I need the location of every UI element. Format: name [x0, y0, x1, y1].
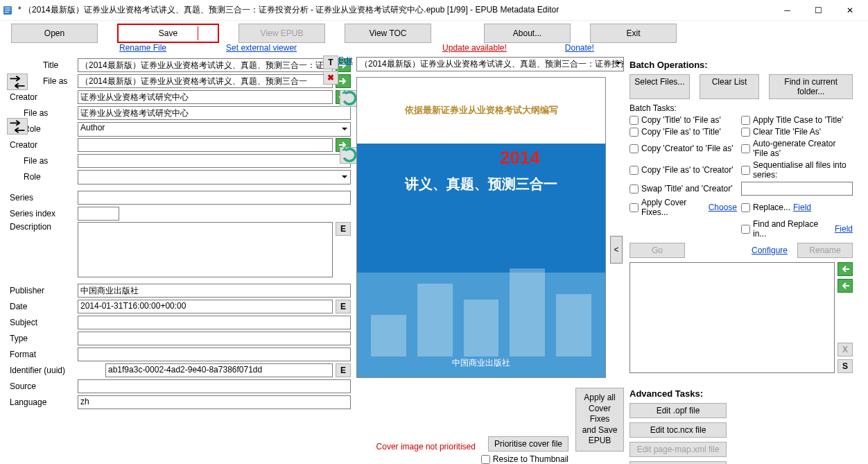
- chk-autogen-creator[interactable]: Auto-generate Creator 'File as': [741, 139, 853, 158]
- minimize-button[interactable]: ─: [772, 1, 803, 20]
- identifier-input[interactable]: ab1f9a3c-0002-4ad2-9e40-8a7386f071dd: [105, 363, 333, 377]
- source-input[interactable]: [78, 379, 351, 393]
- svg-rect-1: [5, 8, 10, 8]
- date-input[interactable]: 2014-01-31T16:00:00+00:00: [78, 300, 333, 313]
- publisher-input[interactable]: 中国商业出版社: [78, 284, 351, 298]
- cover-edit-link[interactable]: Edit: [338, 55, 353, 65]
- series-label: Series: [10, 193, 78, 203]
- cover-select[interactable]: （2014最新版）证券业从业资格考试讲义、真题、预测三合一：证券投资分析: [356, 57, 624, 71]
- svg-rect-3: [5, 12, 9, 12]
- title-fileas-label: File as: [43, 76, 78, 86]
- toolbar: Open Save View EPUB View TOC About... Ex…: [0, 21, 868, 43]
- resize-thumbnail-checkbox[interactable]: Resize to Thumbnail: [481, 454, 568, 464]
- chk-sequentialise[interactable]: Sequentialise all files into series:: [741, 160, 853, 180]
- exit-button[interactable]: Exit: [590, 24, 677, 43]
- series-index-label: Series index: [10, 209, 78, 218]
- edit-toc-button[interactable]: Edit toc.ncx file: [630, 422, 727, 438]
- find-folder-button[interactable]: Find in current folder...: [769, 74, 853, 99]
- title-label: Title: [43, 60, 78, 70]
- series-name-input[interactable]: [741, 182, 853, 196]
- edit-opf-button[interactable]: Edit .opf file: [630, 403, 727, 418]
- creator-label: Creator: [10, 92, 78, 102]
- cover-publisher: 中国商业出版社: [357, 357, 605, 369]
- maximize-button[interactable]: ☐: [803, 1, 834, 20]
- title-input[interactable]: （2014最新版）证券业从业资格考试讲义、真题、预测三合一：证券投资分析: [78, 58, 333, 72]
- app-icon: [3, 5, 14, 16]
- window-title: * （2014最新版）证券业从业资格考试讲义、真题、预测三合一：证券投资分析 -…: [18, 4, 772, 16]
- creator1-input[interactable]: 证券业从业资格考试研究中心: [78, 90, 333, 104]
- chk-replace[interactable]: Replace... Field: [741, 198, 853, 217]
- format-label: Format: [10, 350, 78, 359]
- subject-input[interactable]: [78, 316, 351, 329]
- publisher-label: Publisher: [10, 286, 78, 295]
- view-epub-button[interactable]: View EPUB: [238, 24, 325, 43]
- title-fileas-input[interactable]: （2014最新版）证券业从业资格考试讲义、真题、预测三合一: [78, 74, 333, 88]
- series-input[interactable]: [78, 191, 351, 205]
- creator2-input[interactable]: [78, 138, 333, 152]
- series-index-input[interactable]: [78, 207, 119, 221]
- update-available-link[interactable]: Update available!: [442, 43, 507, 55]
- list-up-button[interactable]: [837, 262, 853, 276]
- creator2-role-select[interactable]: [78, 170, 351, 184]
- apply-cover-fixes-button[interactable]: Apply all Cover Fixes and Save EPUB: [575, 388, 624, 452]
- swap-creator-button[interactable]: [7, 118, 28, 135]
- identifier-label: Identifier (uuid): [10, 366, 105, 375]
- chk-find-replace[interactable]: Find and Replace in... Field: [741, 219, 853, 239]
- type-label: Type: [10, 334, 78, 343]
- configure-link[interactable]: Configure: [752, 246, 788, 255]
- prioritise-cover-button[interactable]: Prioritise cover file: [488, 436, 568, 452]
- open-button[interactable]: Open: [11, 24, 98, 43]
- description-label: Description: [10, 222, 78, 232]
- language-input[interactable]: zh: [78, 395, 351, 409]
- rename-file-link[interactable]: Rename File: [119, 43, 166, 55]
- save-button[interactable]: Save: [117, 24, 219, 43]
- chk-swap-title-creator[interactable]: Swap 'Title' and 'Creator': [630, 182, 737, 196]
- swap-title-button[interactable]: [7, 74, 28, 90]
- chk-copy-creator-fileas[interactable]: Copy 'Creator' to 'File as': [630, 139, 737, 158]
- collapse-tab[interactable]: <: [610, 236, 623, 264]
- chk-title-case[interactable]: Apply Title Case to 'Title': [741, 115, 853, 125]
- edit-file-button[interactable]: Edit file...: [630, 461, 727, 464]
- chk-copy-title-fileas[interactable]: Copy 'Title' to 'File as': [630, 115, 737, 125]
- advanced-heading: Advanced Tasks:: [630, 388, 853, 399]
- about-button[interactable]: About...: [484, 24, 571, 43]
- chk-copy-fileas-creator[interactable]: Copy 'File as' to 'Creator': [630, 160, 737, 180]
- list-down-button[interactable]: [837, 279, 853, 293]
- creator1-fileas-input[interactable]: 证券业从业资格考试研究中心: [78, 106, 351, 120]
- type-input[interactable]: [78, 332, 351, 345]
- creator2-fileas-input[interactable]: [78, 154, 351, 168]
- clear-list-button[interactable]: Clear List: [700, 74, 760, 99]
- cover-main-title: 证券业从业资格考试 2014: [357, 147, 605, 169]
- rename-button[interactable]: Rename: [797, 243, 853, 258]
- date-label: Date: [10, 302, 78, 311]
- cover-preview: 依据最新证券业从业资格考试大纲编写 证券业从业资格考试 2014 讲义、真题、预…: [356, 77, 606, 378]
- delete-button[interactable]: ✖: [323, 71, 338, 85]
- edit-pagemap-button[interactable]: Edit page-map.xml file: [630, 442, 727, 457]
- subject-label: Subject: [10, 318, 78, 327]
- cover-warning: Cover image not prioritised: [376, 442, 476, 452]
- title-bar: * （2014最新版）证券业从业资格考试讲义、真题、预测三合一：证券投资分析 -…: [0, 0, 868, 21]
- chk-apply-cover-fixes[interactable]: Apply Cover Fixes... Choose: [630, 198, 737, 217]
- creator1-role-select[interactable]: Author: [78, 122, 351, 137]
- list-s-button[interactable]: S: [837, 359, 853, 373]
- title-t-button[interactable]: T: [323, 55, 338, 69]
- chk-copy-fileas-title[interactable]: Copy 'File as' to 'Title': [630, 127, 737, 137]
- donate-link[interactable]: Donate!: [565, 43, 594, 55]
- close-button[interactable]: ✕: [834, 1, 865, 20]
- description-edit-button[interactable]: E: [336, 222, 351, 236]
- go-button[interactable]: Go: [630, 243, 685, 258]
- date-edit-button[interactable]: E: [336, 300, 351, 313]
- set-external-viewer-link[interactable]: Set external viewer: [226, 43, 297, 55]
- chk-clear-title-fileas[interactable]: Clear Title 'File As': [741, 127, 853, 137]
- description-input[interactable]: [78, 222, 333, 277]
- view-toc-button[interactable]: View TOC: [345, 24, 431, 43]
- batch-heading: Batch Operations:: [630, 60, 853, 70]
- identifier-edit-button[interactable]: E: [336, 363, 351, 377]
- select-files-button[interactable]: Select Files...: [630, 74, 690, 99]
- window-controls: ─ ☐ ✕: [772, 1, 865, 20]
- format-input[interactable]: [78, 347, 351, 361]
- list-x-button[interactable]: X: [837, 343, 853, 356]
- language-label: Language: [10, 397, 78, 407]
- batch-tasks-label: Batch Tasks:: [630, 103, 853, 113]
- file-list-box[interactable]: [630, 262, 835, 373]
